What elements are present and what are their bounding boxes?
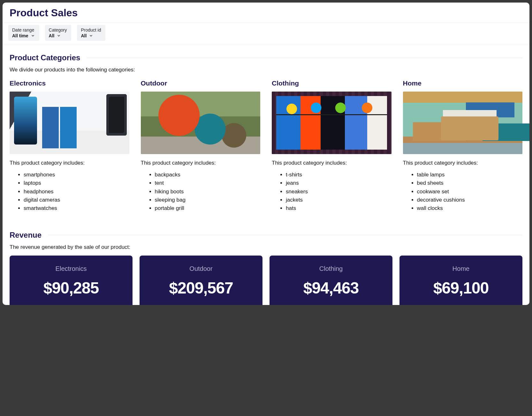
revenue-card-electronics: Electronics$90,285 xyxy=(10,256,133,305)
list-item: wall clocks xyxy=(417,204,523,212)
category-description: This product category includes: xyxy=(272,160,391,166)
category-electronics: ElectronicsThis product category include… xyxy=(10,79,129,213)
chevron-down-icon xyxy=(31,34,35,38)
list-item: digital cameras xyxy=(24,196,129,204)
section-title-revenue: Revenue xyxy=(10,231,42,240)
category-image xyxy=(141,92,261,154)
revenue-label: Outdoor xyxy=(143,265,259,272)
list-item: jeans xyxy=(286,179,391,187)
category-image xyxy=(10,92,129,154)
category-description: This product category includes: xyxy=(403,160,523,166)
revenue-label: Clothing xyxy=(273,265,389,272)
category-list: smartphoneslaptopsheadphonesdigital came… xyxy=(10,171,129,213)
list-item: smartphones xyxy=(24,171,129,179)
list-item: backpacks xyxy=(155,171,261,179)
revenue-value: $69,100 xyxy=(403,279,519,297)
divider xyxy=(48,235,522,235)
revenue-card-clothing: Clothing$94,463 xyxy=(270,256,392,305)
category-image xyxy=(403,92,523,154)
category-description: This product category includes: xyxy=(10,160,129,166)
list-item: sneakers xyxy=(286,188,391,196)
titlebar: Product Sales xyxy=(3,3,529,23)
revenue-label: Electronics xyxy=(13,265,129,272)
filter-bar: Date rangeAll timeCategoryAllProduct idA… xyxy=(3,23,529,44)
list-item: decorative cushions xyxy=(417,196,523,204)
content: Product Categories We divide our product… xyxy=(3,44,529,305)
filter-value: All xyxy=(81,33,87,38)
filter-label: Date range xyxy=(12,27,35,33)
category-image xyxy=(272,92,391,154)
list-item: cookware set xyxy=(417,188,523,196)
filter-date-range[interactable]: Date rangeAll time xyxy=(8,25,39,41)
section-title-categories: Product Categories xyxy=(10,53,80,62)
category-description: This product category includes: xyxy=(141,160,261,166)
revenue-card-outdoor: Outdoor$209,567 xyxy=(140,256,262,305)
list-item: t-shirts xyxy=(286,171,391,179)
filter-value: All xyxy=(49,33,55,38)
category-grid: ElectronicsThis product category include… xyxy=(10,79,522,213)
category-title: Outdoor xyxy=(141,79,261,87)
list-item: smartwatches xyxy=(24,204,129,212)
category-list: t-shirtsjeanssneakersjacketshats xyxy=(272,171,391,213)
list-item: laptops xyxy=(24,179,129,187)
list-item: tent xyxy=(155,179,261,187)
list-item: jackets xyxy=(286,196,391,204)
app-window: Product Sales Date rangeAll timeCategory… xyxy=(3,3,529,305)
category-clothing: ClothingThis product category includes:t… xyxy=(272,79,391,213)
list-item: bed sheets xyxy=(417,179,523,187)
category-title: Electronics xyxy=(10,79,129,87)
chevron-down-icon xyxy=(89,34,93,38)
divider xyxy=(87,58,522,58)
revenue-value: $209,567 xyxy=(143,279,259,297)
revenue-grid: Electronics$90,285Outdoor$209,567Clothin… xyxy=(10,256,522,305)
section-head-categories: Product Categories xyxy=(10,53,522,62)
section-head-revenue: Revenue xyxy=(10,231,522,240)
list-item: headphones xyxy=(24,188,129,196)
category-list: backpackstenthiking bootssleeping bagpor… xyxy=(141,171,261,213)
list-item: portable grill xyxy=(155,204,261,212)
revenue-label: Home xyxy=(403,265,519,272)
list-item: hiking boots xyxy=(155,188,261,196)
list-item: sleeping bag xyxy=(155,196,261,204)
filter-label: Product id xyxy=(81,27,101,33)
category-home: HomeThis product category includes:table… xyxy=(403,79,523,213)
category-title: Clothing xyxy=(272,79,391,87)
section-subtitle-revenue: The revenue generated by the sale of our… xyxy=(10,244,522,250)
revenue-value: $94,463 xyxy=(273,279,389,297)
category-title: Home xyxy=(403,79,523,87)
filter-label: Category xyxy=(49,27,67,33)
filter-value: All time xyxy=(12,33,28,38)
revenue-card-home: Home$69,100 xyxy=(399,256,522,305)
category-outdoor: OutdoorThis product category includes:ba… xyxy=(141,79,261,213)
chevron-down-icon xyxy=(57,34,61,38)
revenue-value: $90,285 xyxy=(13,279,129,297)
filter-category[interactable]: CategoryAll xyxy=(45,25,72,41)
filter-product-id[interactable]: Product idAll xyxy=(77,25,105,41)
list-item: hats xyxy=(286,204,391,212)
category-list: table lampsbed sheetscookware setdecorat… xyxy=(403,171,523,213)
section-subtitle-categories: We divide our products into the followin… xyxy=(10,67,522,73)
page-title: Product Sales xyxy=(10,7,522,19)
list-item: table lamps xyxy=(417,171,523,179)
